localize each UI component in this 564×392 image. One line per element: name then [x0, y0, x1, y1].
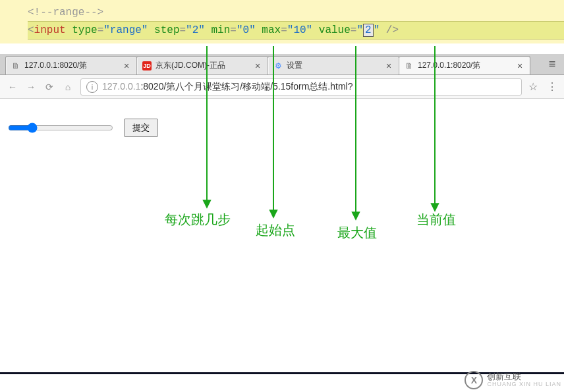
- close-icon[interactable]: ×: [515, 61, 524, 71]
- address-bar[interactable]: i 127.0.0.1:8020/第八个月课堂练习/移动端/5.15form总结…: [80, 78, 522, 96]
- tab-3[interactable]: 设置 ×: [268, 56, 399, 74]
- bookmark-icon[interactable]: ☆: [528, 80, 538, 93]
- url-path: :8020/第八个月课堂练习/移动端/5.15form总结.html?: [140, 81, 352, 92]
- watermark: X 创新互联 CHUANG XIN HU LIAN: [465, 371, 561, 389]
- close-icon[interactable]: ×: [253, 61, 262, 71]
- forward-button[interactable]: →: [25, 82, 37, 92]
- code-block: <!--range--> <input type="range" step="2…: [0, 0, 564, 43]
- back-button[interactable]: ←: [7, 82, 18, 92]
- annotation-value: 当前值: [416, 211, 456, 229]
- page-icon: [11, 61, 20, 70]
- close-icon[interactable]: ×: [122, 61, 131, 71]
- code-comment: <!--range-->: [28, 4, 564, 21]
- tab-title: 设置: [287, 60, 380, 71]
- watermark-logo: X: [465, 371, 483, 389]
- browser-tabstrip: 127.0.0.1:8020/第 × JD 京东(JD.COM)-正品 × 设置…: [0, 54, 564, 75]
- annotation-min: 起始点: [256, 221, 295, 239]
- watermark-line1: 创新互联: [487, 372, 561, 381]
- info-icon[interactable]: i: [86, 81, 98, 93]
- watermark-line2: CHUANG XIN HU LIAN: [487, 381, 561, 388]
- code-cursor: 2: [363, 24, 374, 37]
- window-menu-icon[interactable]: ≡: [540, 53, 564, 74]
- code-input-line: <input type="range" step="2" min="0" max…: [28, 21, 564, 40]
- tab-title: 127.0.0.1:8020/第: [418, 60, 511, 71]
- url-host: 127.0.0.1: [102, 81, 140, 92]
- home-button[interactable]: ⌂: [62, 82, 74, 92]
- tab-title: 京东(JD.COM)-正品: [155, 60, 249, 71]
- browser-toolbar: ← → ⟳ ⌂ i 127.0.0.1:8020/第八个月课堂练习/移动端/5.…: [0, 75, 564, 99]
- range-input[interactable]: [8, 123, 113, 133]
- submit-button[interactable]: 提交: [124, 119, 158, 137]
- reload-button[interactable]: ⟳: [43, 82, 55, 92]
- tab-title: 127.0.0.1:8020/第: [24, 60, 118, 71]
- menu-icon[interactable]: ⋮: [547, 80, 557, 93]
- tab-1[interactable]: 127.0.0.1:8020/第 ×: [5, 56, 137, 74]
- close-icon[interactable]: ×: [384, 61, 393, 71]
- page-icon: [405, 61, 414, 70]
- jd-icon: JD: [142, 61, 152, 70]
- tab-4[interactable]: 127.0.0.1:8020/第 ×: [399, 56, 530, 74]
- gear-icon: [273, 61, 283, 70]
- annotation-max: 最大值: [337, 224, 377, 242]
- annotation-step: 每次跳几步: [165, 211, 231, 229]
- tab-2[interactable]: JD 京东(JD.COM)-正品 ×: [136, 56, 268, 74]
